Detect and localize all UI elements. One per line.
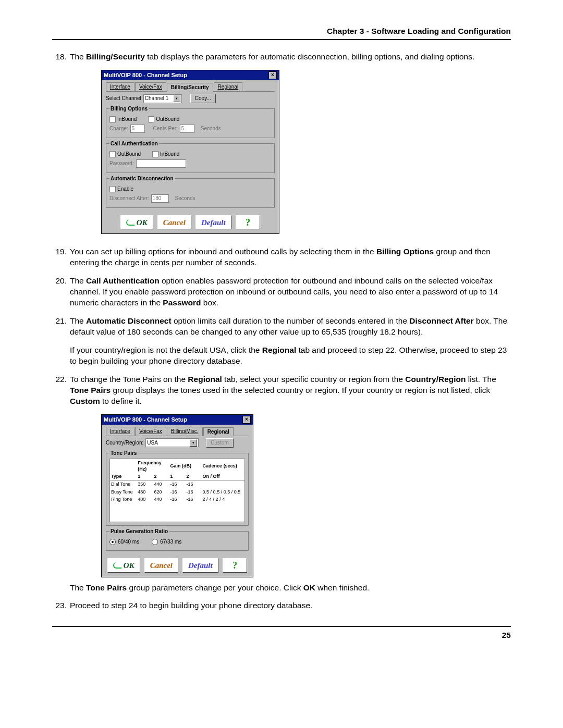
select-channel-combo[interactable]: Channel 1 ▾ — [143, 94, 182, 103]
table-row[interactable]: Busy Tone 480 620 -16 -16 0.5 / 0.5 / 0.… — [110, 488, 245, 496]
step-21-text-1: The Automatic Disconnect option limits c… — [70, 316, 511, 338]
tab-billing-security[interactable]: Billing/Security — [167, 83, 213, 92]
step-18-text: The Billing/Security tab displays the pa… — [70, 52, 511, 63]
tab-voicefax[interactable]: Voice/Fax — [135, 427, 166, 436]
chevron-down-icon[interactable]: ▾ — [190, 439, 197, 447]
page-footer: 25 — [52, 626, 511, 641]
seconds-suffix: Seconds — [201, 125, 221, 132]
channel-setup-dialog-regional: MultiVOIP 800 - Channel Setup × Interfac… — [101, 414, 253, 577]
close-icon[interactable]: × — [268, 71, 277, 79]
dialog-tabs: Interface Voice/Fax Billing/Security Reg… — [106, 82, 275, 92]
close-icon[interactable]: × — [242, 416, 251, 424]
enable-checkbox[interactable]: Enable — [109, 186, 133, 193]
dialog-titlebar: MultiVOIP 800 - Channel Setup × — [102, 70, 279, 80]
help-button[interactable]: ? — [236, 215, 261, 230]
tab-regional[interactable]: Regional — [214, 82, 242, 92]
chevron-down-icon[interactable]: ▾ — [173, 95, 180, 102]
tone-pairs-group: Tone Pairs Frequency (Hz) — [106, 450, 249, 526]
tab-interface[interactable]: Interface — [106, 82, 134, 92]
step-23-text: Proceed to step 24 to begin building you… — [70, 600, 511, 611]
country-region-label: Country/Region: — [106, 439, 143, 447]
help-button[interactable]: ? — [223, 558, 248, 573]
pulse-67-33-radio[interactable]: 67/33 ms — [152, 538, 181, 546]
disconnect-after-input[interactable]: 180 — [151, 194, 169, 203]
cents-per-input[interactable]: 5 — [180, 125, 194, 133]
tab-interface[interactable]: Interface — [106, 427, 134, 436]
copy-button[interactable]: Copy... — [190, 94, 216, 103]
tab-voicefax[interactable]: Voice/Fax — [135, 82, 166, 92]
step-number: 18. — [52, 52, 67, 240]
step-number: 21. — [52, 316, 67, 367]
cancel-button[interactable]: Cancel — [144, 558, 178, 573]
chapter-title: Chapter 3 - Software Loading and Configu… — [327, 27, 511, 35]
table-row[interactable]: Dial Tone 350 440 -16 -16 — [110, 480, 245, 488]
cents-per-label: Cents Per: — [153, 125, 178, 132]
dialog-titlebar: MultiVOIP 800 - Channel Setup × — [102, 415, 253, 425]
step-number: 19. — [52, 246, 67, 268]
dialog-tabs: Interface Voice/Fax Billing/Misc. Region… — [106, 427, 249, 437]
tone-pairs-table: Frequency (Hz) Gain (dB) Cadence (secs) … — [109, 459, 245, 522]
step-22-text-2: The Tone Pairs group parameters change p… — [70, 583, 511, 594]
country-region-combo[interactable]: USA ▾ — [145, 438, 199, 447]
step-number: 23. — [52, 600, 67, 611]
auth-outbound-checkbox[interactable]: OutBound — [109, 151, 141, 158]
table-row[interactable]: Ring Tone 480 440 -16 -16 2 / 4 / 2 / 4 — [110, 496, 245, 503]
auth-inbound-checkbox[interactable]: InBound — [152, 151, 179, 158]
step-number: 22. — [52, 374, 67, 594]
charge-label: Charge: — [109, 125, 128, 132]
default-button[interactable]: Default — [195, 215, 231, 230]
call-authentication-group: Call Authentication OutBound InBound Pas… — [106, 140, 275, 173]
disconnect-after-label: Disconnect After: — [109, 195, 149, 202]
page-number: 25 — [502, 631, 511, 639]
step-22-text-1: To change the Tone Pairs on the Regional… — [70, 374, 511, 407]
step-20-text: The Call Authentication option enables p… — [70, 276, 511, 309]
password-input[interactable] — [136, 159, 186, 168]
password-label: Password: — [109, 160, 134, 167]
ok-button[interactable]: OK — [107, 558, 140, 573]
pulse-60-40-radio[interactable]: 60/40 ms — [109, 538, 139, 546]
charge-input[interactable]: 5 — [130, 125, 145, 133]
tab-billing-misc[interactable]: Billing/Misc. — [167, 427, 203, 436]
dialog-title: MultiVOIP 800 - Channel Setup — [104, 416, 187, 424]
ok-button[interactable]: OK — [120, 215, 153, 230]
auto-disconnect-group: Automatic Disconnection Enable Disconnec… — [106, 175, 275, 208]
default-button[interactable]: Default — [182, 558, 218, 573]
custom-button[interactable]: Custom — [206, 438, 233, 448]
channel-setup-dialog-billing: MultiVOIP 800 - Channel Setup × Interfac… — [101, 70, 279, 235]
step-number: 20. — [52, 276, 67, 309]
tab-regional[interactable]: Regional — [203, 427, 234, 437]
inbound-checkbox[interactable]: InBound — [109, 116, 137, 123]
outbound-checkbox[interactable]: OutBound — [148, 116, 179, 123]
pulse-generation-group: Pulse Generation Ratio 60/40 ms 67/33 ms — [106, 528, 249, 551]
step-21-text-2: If your country/region is not the defaul… — [70, 345, 511, 367]
dialog-title: MultiVOIP 800 - Channel Setup — [104, 71, 187, 79]
step-19-text: You can set up billing options for inbou… — [70, 246, 511, 268]
billing-options-group: Billing Options InBound OutBound Charge:… — [106, 105, 275, 138]
cancel-button[interactable]: Cancel — [157, 215, 191, 230]
seconds-suffix: Seconds — [175, 195, 195, 202]
select-channel-label: Select Channel — [106, 95, 141, 102]
page-header: Chapter 3 - Software Loading and Configu… — [52, 26, 511, 40]
